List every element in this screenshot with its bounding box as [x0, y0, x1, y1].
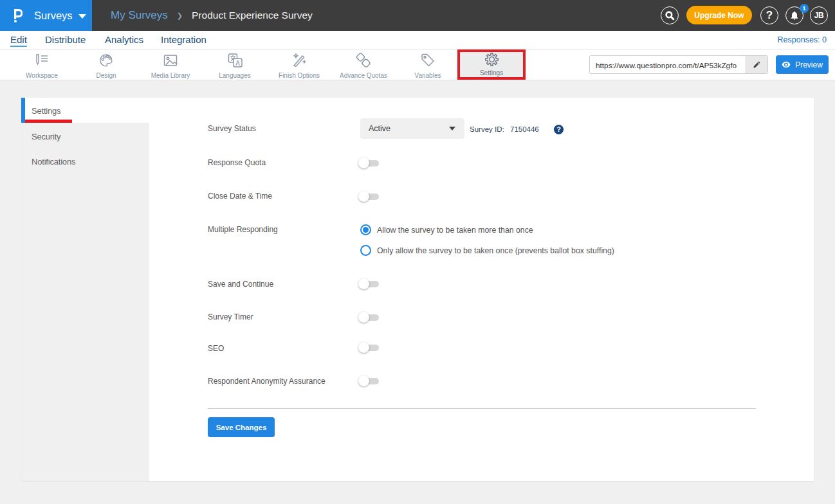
- svg-text:A: A: [235, 60, 240, 67]
